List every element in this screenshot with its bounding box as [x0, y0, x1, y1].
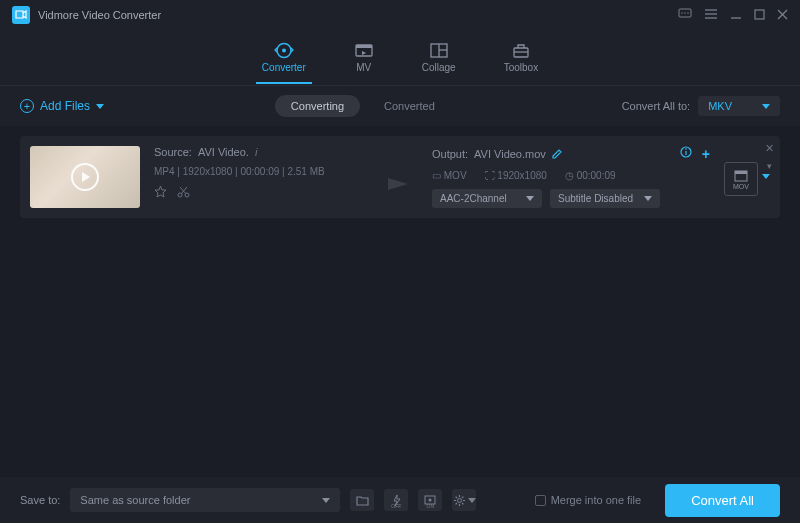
svg-rect-8: [755, 10, 764, 19]
main-nav: Converter MV Collage Toolbox: [0, 30, 800, 86]
file-item: Source: AVI Video. i MP4 | 1920x1080 | 0…: [20, 136, 780, 218]
nav-label: MV: [356, 62, 371, 73]
meta-format: MP4: [154, 166, 175, 177]
svg-point-1: [681, 12, 682, 13]
titlebar-controls: [678, 8, 788, 23]
app-title: Vidmore Video Converter: [38, 9, 678, 21]
meta-size: 2.51 MB: [287, 166, 324, 177]
nav-label: Converter: [262, 62, 306, 73]
resolution-icon: ⛶ 1920x1080: [485, 170, 547, 181]
output-selects: AAC-2Channel Subtitle Disabled: [432, 189, 710, 208]
mv-icon: [354, 42, 374, 59]
footer-bar: Save to: Same as source folder OFF ON Me…: [0, 477, 800, 523]
audio-select[interactable]: AAC-2Channel: [432, 189, 542, 208]
svg-point-3: [687, 12, 688, 13]
convert-all-label: Convert All to:: [622, 100, 690, 112]
arrow-icon: [388, 174, 418, 194]
toolbar: + Add Files Converting Converted Convert…: [0, 86, 800, 126]
menu-icon[interactable]: [704, 8, 718, 23]
remove-item-icon[interactable]: ✕: [765, 142, 774, 155]
toolbox-icon: [511, 42, 531, 59]
source-label: Source:: [154, 146, 192, 158]
checkbox-icon: [535, 495, 546, 506]
high-speed-button[interactable]: ON: [418, 489, 442, 511]
source-info: Source: AVI Video. i MP4 | 1920x1080 | 0…: [154, 146, 374, 201]
collage-icon: [429, 42, 449, 59]
tab-converted[interactable]: Converted: [368, 95, 451, 117]
output-actions: +: [680, 146, 710, 162]
svg-point-31: [457, 498, 461, 502]
nav-label: Toolbox: [504, 62, 538, 73]
output-label: Output:: [432, 148, 468, 160]
subtitle-select[interactable]: Subtitle Disabled: [550, 189, 660, 208]
merge-label: Merge into one file: [551, 494, 642, 506]
add-output-icon[interactable]: +: [702, 146, 710, 162]
output-line: Output: AVI Video.mov +: [432, 146, 710, 162]
converter-icon: [274, 42, 294, 59]
settings-button[interactable]: [452, 489, 476, 511]
open-folder-button[interactable]: [350, 489, 374, 511]
svg-point-12: [282, 49, 286, 53]
maximize-icon[interactable]: [754, 8, 765, 23]
duration-icon: ◷ 00:00:09: [565, 170, 616, 181]
info-icon[interactable]: i: [255, 146, 257, 158]
edit-name-icon[interactable]: [552, 148, 563, 161]
convert-all-to: Convert All to: MKV: [622, 96, 780, 116]
output-format-select[interactable]: MKV: [698, 96, 780, 116]
chevron-down-icon: [468, 498, 476, 503]
svg-point-30: [429, 499, 432, 502]
chevron-down-icon: [762, 104, 770, 109]
chevron-down-icon: [96, 104, 104, 109]
add-files-label: Add Files: [40, 99, 90, 113]
save-to-label: Save to:: [20, 494, 60, 506]
meta-duration: 00:00:09: [240, 166, 279, 177]
svg-point-26: [685, 148, 687, 150]
format-badge-label: MOV: [733, 183, 749, 190]
effects-icon[interactable]: [154, 185, 167, 201]
output-meta: ▭ MOV ⛶ 1920x1080 ◷ 00:00:09: [432, 170, 710, 181]
chevron-down-icon: [526, 196, 534, 201]
format-picker: MOV: [724, 146, 770, 196]
save-path-select[interactable]: Same as source folder: [70, 488, 340, 512]
svg-rect-28: [735, 171, 747, 174]
merge-checkbox[interactable]: Merge into one file: [535, 494, 642, 506]
edit-tools: [154, 185, 374, 201]
nav-label: Collage: [422, 62, 456, 73]
video-thumbnail[interactable]: [30, 146, 140, 208]
file-info-icon[interactable]: [680, 146, 692, 162]
out-container: MOV: [444, 170, 467, 181]
chevron-down-icon[interactable]: [762, 174, 770, 179]
out-duration: 00:00:09: [577, 170, 616, 181]
source-meta: MP4 | 1920x1080 | 00:00:09 | 2.51 MB: [154, 166, 374, 177]
chevron-down-icon: [322, 498, 330, 503]
nav-collage[interactable]: Collage: [422, 42, 456, 73]
row-actions: ✕ ▾: [765, 142, 774, 171]
minimize-icon[interactable]: [730, 8, 742, 23]
move-down-icon[interactable]: ▾: [767, 161, 772, 171]
nav-mv[interactable]: MV: [354, 42, 374, 73]
output-format-box[interactable]: MOV: [724, 162, 758, 196]
save-path-value: Same as source folder: [80, 494, 190, 506]
audio-value: AAC-2Channel: [440, 193, 507, 204]
meta-res: 1920x1080: [183, 166, 233, 177]
close-icon[interactable]: [777, 8, 788, 23]
plus-icon: +: [20, 99, 34, 113]
output-info: Output: AVI Video.mov + ▭ MOV ⛶ 1920x108…: [432, 146, 710, 208]
play-icon: [71, 163, 99, 191]
convert-all-button[interactable]: Convert All: [665, 484, 780, 517]
add-files-button[interactable]: + Add Files: [20, 99, 104, 113]
nav-toolbox[interactable]: Toolbox: [504, 42, 538, 73]
cut-icon[interactable]: [177, 185, 190, 201]
subtitle-value: Subtitle Disabled: [558, 193, 633, 204]
source-filename: AVI Video.: [198, 146, 249, 158]
chevron-down-icon: [644, 196, 652, 201]
file-list: Source: AVI Video. i MP4 | 1920x1080 | 0…: [0, 126, 800, 456]
container-icon: ▭ MOV: [432, 170, 467, 181]
source-line: Source: AVI Video. i: [154, 146, 374, 158]
hardware-accel-button[interactable]: OFF: [384, 489, 408, 511]
feedback-icon[interactable]: [678, 8, 692, 23]
svg-rect-14: [356, 45, 372, 48]
app-logo-icon: [12, 6, 30, 24]
tab-converting[interactable]: Converting: [275, 95, 360, 117]
nav-converter[interactable]: Converter: [262, 42, 306, 73]
